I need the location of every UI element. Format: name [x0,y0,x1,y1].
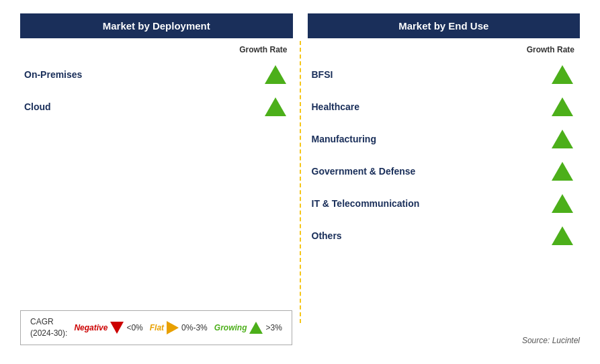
manufacturing-label: Manufacturing [312,134,376,144]
cloud-arrow-up [265,97,286,116]
government-row: Government & Defense [308,155,581,187]
government-arrow-up [552,162,573,181]
manufacturing-row: Manufacturing [308,123,581,155]
bfsi-arrow-up [552,65,573,84]
cagr-label: CAGR(2024-30): [30,316,67,339]
negative-value: <0% [126,323,142,332]
end-use-panel: Market by End Use Growth Rate BFSI Healt… [308,13,581,351]
legend-growing: Growing >3% [214,322,282,334]
legend-negative: Negative <0% [74,322,142,334]
it-telecom-arrow-up [552,194,573,213]
cloud-label: Cloud [24,101,51,112]
others-row: Others [308,220,581,252]
growing-label: Growing [214,323,247,332]
government-label: Government & Defense [312,166,416,177]
on-premises-row: On-Premises [20,58,293,91]
main-container: Market by Deployment Growth Rate On-Prem… [0,0,600,364]
bfsi-label: BFSI [312,69,333,80]
healthcare-label: Healthcare [312,101,360,112]
end-use-growth-rate-label: Growth Rate [527,45,574,54]
it-telecom-row: IT & Telecommunication [308,187,581,220]
legend-flat: Flat 0%-3% [150,321,208,334]
manufacturing-arrow-up [552,130,573,148]
growing-value: >3% [265,323,282,332]
bfsi-row: BFSI [308,58,581,91]
panel-divider [300,41,301,323]
flat-label: Flat [150,323,164,332]
others-arrow-up [552,226,573,245]
cloud-row: Cloud [20,91,293,123]
healthcare-arrow-up [552,97,573,116]
deployment-growth-rate-label: Growth Rate [239,45,287,54]
legend-box: CAGR(2024-30): Negative <0% Flat 0%-3% G… [20,310,292,345]
flat-value: 0%-3% [181,323,208,332]
on-premises-arrow-up [265,65,286,84]
source-label: Source: Lucintel [522,336,580,345]
arrow-right-yellow-icon [167,321,179,334]
others-label: Others [312,230,342,241]
deployment-header: Market by Deployment [20,13,293,38]
on-premises-label: On-Premises [24,69,82,80]
deployment-panel: Market by Deployment Growth Rate On-Prem… [20,13,293,351]
negative-label: Negative [74,323,108,332]
arrow-up-green-icon [249,322,263,334]
healthcare-row: Healthcare [308,91,581,123]
it-telecom-label: IT & Telecommunication [312,198,420,209]
end-use-header: Market by End Use [308,13,581,38]
arrow-down-red-icon [110,322,124,334]
